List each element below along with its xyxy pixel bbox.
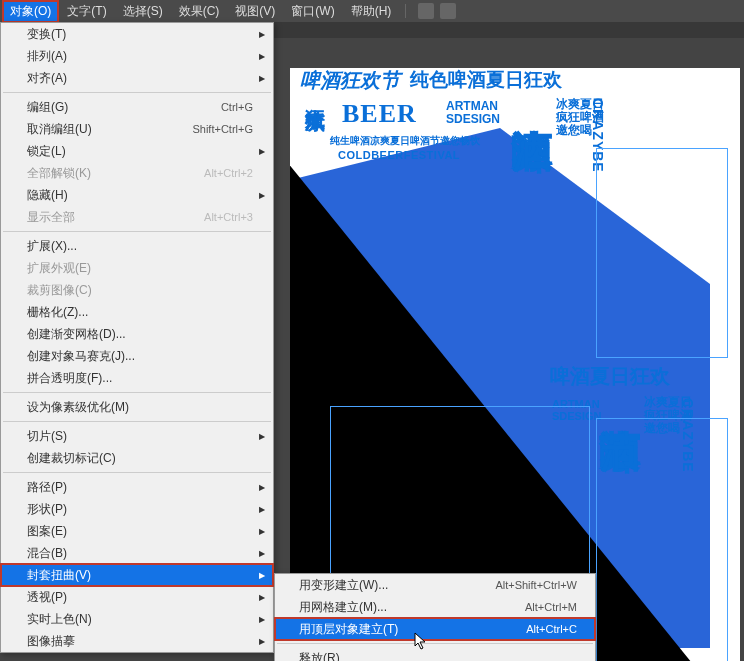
menu-item[interactable]: 图案(E) [1,520,273,542]
menu-item-label: 创建裁切标记(C) [27,450,116,467]
art-text-coldbeer: COLDBEERFESTIVAL [338,150,460,162]
menu-item-label: 编组(G) [27,99,68,116]
menu-item-label: 用变形建立(W)... [299,577,388,594]
menu-item[interactable]: 变换(T) [1,23,273,45]
menu-item-label: 锁定(L) [27,143,66,160]
menu-item-label: 取消编组(U) [27,121,92,138]
menu-item[interactable]: 扩展(X)... [1,235,273,257]
menu-item-label: 显示全部 [27,209,75,226]
menu-item-label: 隐藏(H) [27,187,68,204]
menu-item[interactable]: 取消编组(U)Shift+Ctrl+G [1,118,273,140]
menu-item-label: 扩展(X)... [27,238,77,255]
submenu-item[interactable]: 用变形建立(W)...Alt+Shift+Ctrl+W [275,574,595,596]
menu-item-label: 图案(E) [27,523,67,540]
menu-效果(C)[interactable]: 效果(C) [171,0,228,23]
toolbar-icon[interactable] [440,3,456,19]
menu-item-label: 对齐(A) [27,70,67,87]
menu-item[interactable]: 实时上色(N) [1,608,273,630]
selection-box [596,148,728,358]
submenu-item: 释放(R) [275,647,595,661]
menu-item[interactable]: 锁定(L) [1,140,273,162]
menu-文字(T)[interactable]: 文字(T) [59,0,114,23]
menu-separator [277,643,593,644]
menu-item[interactable]: 设为像素级优化(M) [1,396,273,418]
menu-item[interactable]: 封套扭曲(V) [1,564,273,586]
menu-item: 裁剪图像(C) [1,279,273,301]
menu-shortcut: Shift+Ctrl+G [192,123,253,135]
menu-item-label: 封套扭曲(V) [27,567,91,584]
menu-选择(S)[interactable]: 选择(S) [115,0,171,23]
menu-shortcut: Alt+Ctrl+M [525,601,577,613]
menu-item-label: 栅格化(Z)... [27,304,88,321]
art-text-title-italic: 啤酒狂欢节 [300,70,400,91]
menu-item-label: 用顶层对象建立(T) [299,621,398,638]
menu-对象(O)[interactable]: 对象(O) [2,0,59,23]
menu-item[interactable]: 排列(A) [1,45,273,67]
menu-item-label: 全部解锁(K) [27,165,91,182]
menu-item[interactable]: 路径(P) [1,476,273,498]
art-text-line-small: 纯生啤酒凉爽夏日啤酒节邀您畅饮 [330,136,480,147]
menu-item[interactable]: 编组(G)Ctrl+G [1,96,273,118]
menu-item[interactable]: 栅格化(Z)... [1,301,273,323]
menu-item-label: 路径(P) [27,479,67,496]
menu-divider [405,4,406,18]
object-menu-dropdown: 变换(T)排列(A)对齐(A)编组(G)Ctrl+G取消编组(U)Shift+C… [0,22,274,653]
menu-separator [3,421,271,422]
toolbar-icon[interactable] [418,3,434,19]
art-text-beer: BEER [342,100,417,127]
menu-帮助(H)[interactable]: 帮助(H) [343,0,400,23]
selection-box [596,418,728,661]
menu-item[interactable]: 混合(B) [1,542,273,564]
menu-item[interactable]: 透视(P) [1,586,273,608]
menu-item-label: 图像描摹 [27,633,75,650]
menu-item-label: 切片(S) [27,428,67,445]
menu-item[interactable]: 创建裁切标记(C) [1,447,273,469]
menu-item-label: 排列(A) [27,48,67,65]
menu-item-label: 拼合透明度(F)... [27,370,112,387]
menu-separator [3,472,271,473]
submenu-item[interactable]: 用顶层对象建立(T)Alt+Ctrl+C [275,618,595,640]
art-text-copy2-title: 啤酒夏日狂欢 [550,366,670,387]
art-text-artman: ARTMAN SDESIGN [446,100,500,126]
menu-item-label: 用网格建立(M)... [299,599,387,616]
menu-shortcut: Alt+Shift+Ctrl+W [495,579,577,591]
menu-item-label: 扩展外观(E) [27,260,91,277]
menu-窗口(W)[interactable]: 窗口(W) [283,0,342,23]
menu-item-label: 变换(T) [27,26,66,43]
menu-item-label: 透视(P) [27,589,67,606]
menu-bar: 对象(O)文字(T)选择(S)效果(C)视图(V)窗口(W)帮助(H) [0,0,744,22]
menu-shortcut: Alt+Ctrl+C [526,623,577,635]
toolbar-icons [418,3,456,19]
menu-item-label: 形状(P) [27,501,67,518]
menu-item: 扩展外观(E) [1,257,273,279]
menu-item-label: 裁剪图像(C) [27,282,92,299]
menu-separator [3,231,271,232]
menu-item-label: 创建对象马赛克(J)... [27,348,135,365]
menu-item-label: 混合(B) [27,545,67,562]
menu-separator [3,392,271,393]
menu-shortcut: Ctrl+G [221,101,253,113]
menu-item: 全部解锁(K)Alt+Ctrl+2 [1,162,273,184]
menu-shortcut: Alt+Ctrl+2 [204,167,253,179]
menu-item[interactable]: 图像描摹 [1,630,273,652]
menu-item[interactable]: 创建对象马赛克(J)... [1,345,273,367]
art-text-subtitle: 纯色啤酒夏日狂欢 [410,70,562,90]
menu-item[interactable]: 拼合透明度(F)... [1,367,273,389]
menu-item[interactable]: 创建渐变网格(D)... [1,323,273,345]
menu-item[interactable]: 隐藏(H) [1,184,273,206]
submenu-item[interactable]: 用网格建立(M)...Alt+Ctrl+M [275,596,595,618]
menu-item-label: 实时上色(N) [27,611,92,628]
menu-separator [3,92,271,93]
menu-item[interactable]: 对齐(A) [1,67,273,89]
menu-shortcut: Alt+Ctrl+3 [204,211,253,223]
menu-item[interactable]: 形状(P) [1,498,273,520]
menu-item-label: 释放(R) [299,650,340,662]
menu-item: 显示全部Alt+Ctrl+3 [1,206,273,228]
menu-视图(V)[interactable]: 视图(V) [227,0,283,23]
menu-item-label: 设为像素级优化(M) [27,399,129,416]
envelope-distort-submenu: 用变形建立(W)...Alt+Shift+Ctrl+W用网格建立(M)...Al… [274,573,596,661]
menu-item-label: 创建渐变网格(D)... [27,326,126,343]
menu-item[interactable]: 切片(S) [1,425,273,447]
